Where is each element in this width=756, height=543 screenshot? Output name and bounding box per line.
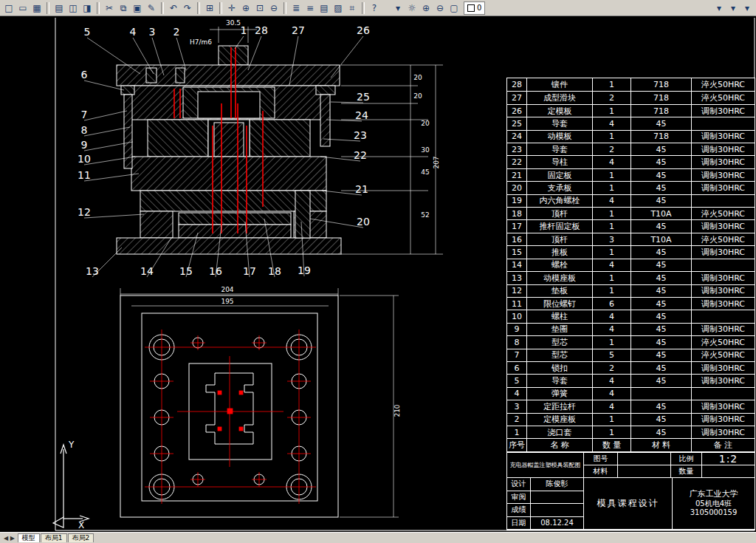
balloon-4: 4 — [130, 26, 137, 38]
zoom-in-icon[interactable]: ⊕ — [419, 1, 433, 15]
toolbars-menu-icon[interactable]: ▾ — [726, 1, 740, 15]
parts-table-row: 22导柱445调制30HRC — [507, 155, 755, 168]
parts-table-row: 21固定板145调制30HRC — [507, 168, 755, 181]
parts-table-cell: 5 — [593, 349, 631, 361]
parts-table-cell: 动模板 — [527, 130, 593, 143]
parts-table-cell: 镶件 — [527, 78, 593, 91]
paste-icon[interactable]: ▣ — [131, 1, 144, 15]
dim-fit: H7/m6 — [190, 38, 212, 46]
toolbar-separator — [161, 2, 164, 14]
parts-table-cell: 45 — [631, 245, 692, 258]
parts-table-cell: 26 — [507, 104, 527, 117]
parts-table-cell: 718 — [631, 130, 692, 143]
layout-tab-model[interactable]: 模型 — [18, 533, 40, 542]
parts-table-cell: 调制30HRC — [692, 297, 755, 310]
publish-icon[interactable]: ◨ — [80, 1, 94, 15]
parts-table-cell: 调制30HRC — [692, 374, 755, 386]
parts-table-cell: 45 — [631, 400, 692, 412]
parts-table-cell: 1 — [593, 271, 631, 284]
pan-icon[interactable]: ✛ — [225, 1, 238, 15]
parts-table-cell: 3 — [507, 400, 527, 412]
parts-table-cell: 5 — [507, 374, 527, 386]
parts-table-cell: 顶杆 — [527, 233, 593, 245]
viewport-icon[interactable]: ▢ — [447, 1, 461, 15]
design-center-icon[interactable]: ▨ — [331, 1, 345, 15]
parts-table: 28镶件1718淬火50HRC27成型滑块2718淬火50HRC26定模板171… — [506, 78, 755, 452]
parts-table-cell: 导套 — [527, 374, 593, 386]
cut-icon[interactable]: ✂ — [103, 1, 116, 15]
date-value: 08.12.24 — [531, 517, 584, 530]
parts-table-cell: 导套 — [527, 117, 593, 129]
dropdown-arrow-icon[interactable]: ▾ — [391, 1, 405, 15]
parts-table-row: 25导套445 — [507, 117, 755, 129]
balloon-24: 24 — [355, 109, 368, 121]
match-properties-icon[interactable]: ✎ — [145, 1, 158, 15]
zoom-out-icon[interactable]: ⊖ — [433, 1, 447, 15]
review-value — [531, 491, 584, 505]
balloon-16: 16 — [209, 265, 222, 277]
date-label: 日期 — [507, 517, 531, 530]
balloon-22: 22 — [354, 149, 367, 161]
layer-states-icon[interactable]: ≡ — [303, 1, 317, 15]
layout-tab-1[interactable]: 布局1 — [41, 533, 67, 542]
daylight-icon[interactable]: ☼ — [405, 1, 419, 15]
parts-table-cell: 2 — [507, 413, 527, 426]
parts-table-cell: 淬火50HRC — [692, 78, 755, 91]
undo-icon[interactable]: ↶ — [167, 1, 180, 15]
layer-control-dropdown[interactable]: 0 — [464, 1, 485, 15]
copy-icon[interactable]: ⧉ — [117, 1, 130, 15]
zoom-previous-icon[interactable]: ⊖ — [267, 1, 281, 15]
parts-table-row: 3定距拉杆445调制30HRC — [507, 400, 755, 412]
tool-palettes-icon[interactable]: ⌗ — [346, 1, 359, 15]
parts-table-cell: 45 — [631, 323, 692, 335]
redo-icon[interactable]: ↷ — [181, 1, 194, 15]
plot-icon[interactable]: ▤ — [52, 1, 66, 15]
scale-label: 比例 — [671, 453, 702, 465]
parts-table-cell: 调制30HRC — [692, 245, 755, 258]
parts-table-cell: 4 — [593, 155, 631, 168]
parts-table-cell: 弹簧 — [527, 387, 593, 400]
parts-table-cell: 23 — [507, 143, 527, 155]
layout-tab-nav[interactable]: ◀ ▶ — [2, 535, 16, 542]
open-icon[interactable]: ▭ — [16, 1, 30, 15]
drawing-no-label: 图号 — [584, 453, 618, 465]
parts-table-cell: 17 — [507, 219, 527, 232]
balloon-10: 10 — [78, 153, 91, 165]
parts-table-cell: 14 — [507, 259, 527, 271]
parts-table-cell: 调制30HRC — [692, 323, 755, 335]
window-menu-icon[interactable]: ▾ — [740, 1, 754, 15]
parts-table-cell: 1 — [593, 207, 631, 219]
parts-table-cell: 1 — [507, 426, 527, 438]
drawing-no-value — [618, 453, 671, 465]
new-icon[interactable]: □ — [2, 1, 16, 15]
parts-table-row: 4弹簧4 — [507, 387, 755, 400]
parts-table-row: 5导套445调制30HRC — [507, 374, 755, 386]
parts-table-cell: 调制30HRC — [692, 426, 755, 438]
insert-hyperlink-icon[interactable]: ⊞ — [203, 1, 216, 15]
workspace-menu-icon[interactable]: ▾ — [712, 1, 726, 15]
parts-table-cell: 27 — [507, 91, 527, 103]
zoom-window-icon[interactable]: ⊡ — [253, 1, 267, 15]
print-preview-icon[interactable]: ◫ — [66, 1, 80, 15]
parts-table-row: 12垫板145调制30HRC — [507, 284, 755, 297]
parts-table-row: 1浇口套145调制30HRC — [507, 426, 755, 438]
properties-palette-icon[interactable]: ▤ — [317, 1, 331, 15]
parts-table-cell: 浇口套 — [527, 426, 593, 438]
help-icon[interactable]: ? — [368, 1, 381, 15]
parts-table-cell: 淬火50HRC — [692, 233, 755, 245]
balloon-15: 15 — [179, 265, 193, 277]
parts-table-cell: 调制30HRC — [692, 219, 755, 232]
layout-tab-2[interactable]: 布局2 — [68, 533, 94, 542]
parts-table-cell: 718 — [631, 104, 692, 117]
parts-table-cell: 2 — [593, 143, 631, 155]
parts-table-cell: 2 — [593, 361, 631, 374]
zoom-realtime-icon[interactable]: ⊕ — [239, 1, 252, 15]
parts-table-cell: 固定板 — [527, 168, 593, 181]
grade-label: 成绩 — [507, 504, 531, 517]
toolbar-main-icons: □▭▦▤◫◨✂⧉▣✎↶↷⊞✛⊕⊡⊖≣≡▤▨⌗? — [2, 1, 381, 15]
cad-application-window: □▭▦▤◫◨✂⧉▣✎↶↷⊞✛⊕⊡⊖≣≡▤▨⌗? ▾☼⊕⊖▢ 0 ▾▾▾ — [0, 0, 756, 543]
save-icon[interactable]: ▦ — [30, 1, 44, 15]
parts-table-cell: 718 — [631, 91, 692, 103]
layer-properties-icon[interactable]: ≣ — [289, 1, 303, 15]
parts-table-cell: 导柱 — [527, 155, 593, 168]
